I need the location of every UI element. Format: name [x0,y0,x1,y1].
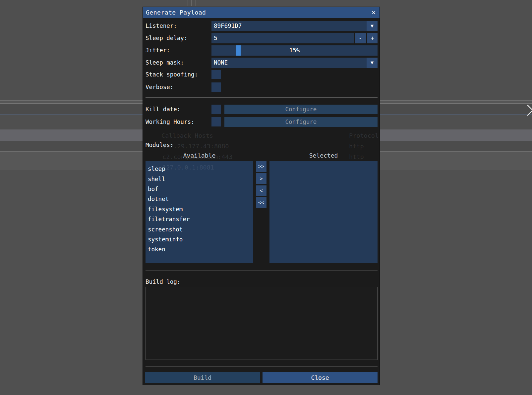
available-list-label: Available [146,152,253,159]
sleep-delay-increment-button[interactable]: + [367,33,378,43]
add-all-modules-button[interactable]: >> [256,161,266,172]
chevron-down-icon[interactable]: ▼ [367,21,378,31]
list-item[interactable]: shell [146,174,253,184]
jitter-slider[interactable]: 15% [211,45,378,56]
selected-list-label: Selected [269,152,378,159]
listener-value: 89F691D7 [211,21,378,31]
dialog-title: Generate Payload [146,7,206,18]
jitter-value: 15% [211,45,378,56]
working-hours-configure-button[interactable]: Configure [224,117,378,127]
ghost-column-header: Protocol [349,132,379,139]
stack-spoofing-label: Stack spoofing: [146,70,198,79]
dialog-titlebar[interactable]: Generate Payload ✕ [143,7,380,18]
close-icon[interactable]: ✕ [369,8,378,17]
verbose-checkbox[interactable] [211,82,221,92]
jitter-label: Jitter: [146,45,170,56]
list-item[interactable]: filesystem [146,204,253,214]
verbose-label: Verbose: [146,82,173,92]
pane-divider-tick [191,0,192,6]
screen: { "dialog": { "title": "Generate Payload… [0,0,532,395]
divider [146,97,378,98]
list-item[interactable]: filetransfer [146,214,253,224]
chevron-down-icon[interactable]: ▼ [367,58,378,68]
sleep-delay-input[interactable]: 5 [211,33,354,43]
sleep-delay-value: 5 [211,33,354,43]
add-module-button[interactable]: > [256,173,266,184]
divider [146,271,378,271]
remove-all-modules-button[interactable]: << [256,197,266,208]
listener-combobox[interactable]: 89F691D7 ▼ [211,21,378,31]
listener-label: Listener: [146,21,177,31]
list-item[interactable]: bof [146,184,253,194]
kill-date-configure-button[interactable]: Configure [224,105,378,114]
stack-spoofing-checkbox[interactable] [211,70,221,79]
divider [146,366,378,367]
build-log-label: Build log: [146,278,180,286]
pane-divider-tick [195,0,196,6]
build-log-textarea[interactable] [146,287,378,360]
selected-modules-list[interactable] [269,161,378,263]
ghost-cell: http [349,143,364,150]
working-hours-checkbox[interactable] [211,117,221,126]
pane-divider-tick [188,0,188,6]
list-item[interactable]: token [146,244,253,254]
generate-payload-dialog: Generate Payload ✕ Listener: 89F691D7 ▼ … [143,7,380,385]
list-item[interactable]: screenshot [146,224,253,234]
build-button[interactable]: Build [145,372,260,383]
available-modules-list[interactable]: sleep shell bof dotnet filesystem filetr… [146,161,253,263]
sleep-mask-label: Sleep mask: [146,58,184,68]
sleep-delay-decrement-button[interactable]: - [355,33,366,43]
list-item[interactable]: systeminfo [146,234,253,244]
sleep-mask-combobox[interactable]: NONE ▼ [211,58,378,68]
close-button[interactable]: Close [263,372,378,383]
sleep-mask-value: NONE [211,58,378,68]
divider [146,133,378,133]
modules-label: Modules: [146,141,173,149]
list-item[interactable]: dotnet [146,194,253,204]
chevron-right-icon[interactable] [526,104,532,117]
kill-date-label: Kill date: [146,105,180,114]
remove-module-button[interactable]: < [256,185,266,196]
kill-date-checkbox[interactable] [211,105,221,114]
ghost-column-header: Callback Hosts [161,132,213,139]
sleep-delay-label: Sleep delay: [146,33,187,43]
working-hours-label: Working Hours: [146,117,195,127]
list-item[interactable]: sleep [146,164,253,174]
